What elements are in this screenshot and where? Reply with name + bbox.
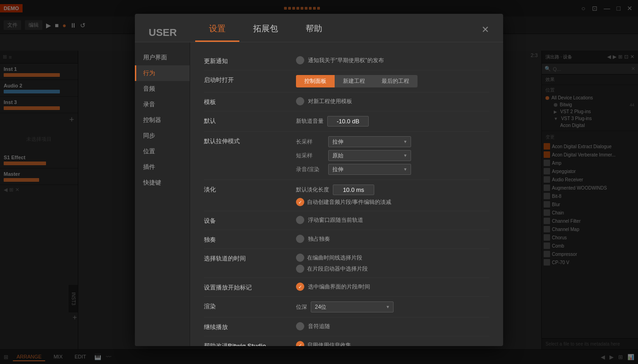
setting-label: 选择轨道的时间 (204, 254, 287, 263)
sidebar-item-audio[interactable]: 音频 (135, 81, 190, 97)
modal-user-title: USER (149, 27, 177, 39)
tab-help[interactable]: 帮助 (292, 23, 336, 42)
setting-label: 模板 (204, 97, 287, 106)
toggle-template[interactable] (296, 97, 304, 105)
stretch-label-long: 长采样 (296, 138, 324, 146)
render-sub-label: 位深 (296, 303, 307, 311)
toggle-select-time-launcher[interactable] (296, 265, 304, 273)
sidebar-item-behavior[interactable]: 行为 (135, 65, 190, 81)
stretch-select-long[interactable]: 拉伸 原始 (328, 136, 411, 147)
setting-device: 设备 浮动窗口跟随当前轨道 (204, 211, 489, 230)
setting-control: 通知我关于"早期使用权"的发布 (296, 56, 489, 64)
select-time-desc-1: 在编曲时间线选择片段 (307, 254, 362, 262)
setting-label: 淡化 (204, 185, 287, 194)
device-desc: 浮动窗口跟随当前轨道 (308, 216, 363, 224)
toggle-update-notice[interactable] (296, 56, 304, 64)
setting-label: 更新通知 (204, 56, 287, 65)
solo-desc: 独占独奏 (308, 235, 330, 243)
setting-control: 独占独奏 (296, 235, 489, 243)
setting-template: 模板 对新工程使用模板 (204, 92, 489, 111)
play-start-desc: 选中编曲界面的片段/时间 (308, 283, 370, 291)
toggle-play-start[interactable] (296, 283, 304, 291)
setting-control: 新轨道音量 (296, 116, 489, 127)
setting-control: 启用使用信息收集 了解更多 (296, 341, 489, 346)
sidebar-item-sync[interactable]: 同步 (135, 128, 190, 144)
setting-control: 音符追随 (296, 322, 489, 330)
startup-btn-last-project[interactable]: 最后的工程 (373, 75, 418, 87)
help-improve-row: 启用使用信息收集 (296, 341, 351, 346)
stretch-label-short: 短采样 (296, 152, 324, 160)
bit-depth-select[interactable]: 24位 16位 32位 (311, 301, 394, 312)
select-time-row-2: 在片段启动器中选择片段 (296, 265, 368, 273)
tab-extensions[interactable]: 拓展包 (239, 23, 292, 42)
modal-body: 用户界面 行为 音频 录音 控制器 同步 位置 插件 快捷键 更新通知 通知我关… (135, 42, 503, 346)
setting-label: 继续播放 (204, 322, 287, 331)
sidebar-item-recording[interactable]: 录音 (135, 97, 190, 112)
modal-header: USER 设置 拓展包 帮助 ✕ (135, 14, 503, 42)
setting-control: 长采样 拉伸 原始 短采样 (296, 136, 489, 175)
default-volume-input[interactable] (327, 116, 369, 127)
setting-default-stretch: 默认拉伸模式 长采样 拉伸 原始 短采样 (204, 132, 489, 180)
dropdown-short: 原始 拉伸 (328, 150, 411, 161)
modal-overlay: USER 设置 拓展包 帮助 ✕ 用户界面 行为 音频 录音 控制器 同步 位置… (0, 0, 638, 364)
fade-value-input[interactable] (333, 185, 374, 195)
select-time-desc-2: 在片段启动器中选择片段 (307, 265, 368, 273)
startup-btn-control-panel[interactable]: 控制面板 (296, 75, 335, 87)
setting-control: 默认淡化长度 自动创建音频片段/事件编辑的淡减 (296, 185, 489, 206)
dropdown-render: 拉伸 原始 (328, 164, 411, 175)
template-desc: 对新工程使用模板 (308, 98, 352, 105)
sidebar-item-ui[interactable]: 用户界面 (135, 50, 190, 65)
settings-modal: USER 设置 拓展包 帮助 ✕ 用户界面 行为 音频 录音 控制器 同步 位置… (135, 14, 503, 346)
setting-update-notice: 更新通知 通知我关于"早期使用权"的发布 (204, 52, 489, 70)
setting-default-volume: 默认 新轨道音量 (204, 111, 489, 132)
modal-sidebar: 用户界面 行为 音频 录音 控制器 同步 位置 插件 快捷键 (135, 42, 190, 346)
setting-label: 独奏 (204, 235, 287, 244)
setting-solo: 独奏 独占独奏 (204, 230, 489, 249)
setting-play-start: 设置播放开始标记 选中编曲界面的片段/时间 (204, 278, 489, 297)
help-improve-desc: 启用使用信息收集 (307, 341, 351, 347)
setting-fade: 淡化 默认淡化长度 自动创建音频片段/事件编辑的淡减 (204, 180, 489, 211)
tab-settings[interactable]: 设置 (195, 23, 239, 42)
toggle-solo[interactable] (296, 235, 304, 243)
setting-label: 渲染 (204, 301, 287, 311)
continue-play-desc: 音符追随 (308, 323, 330, 330)
setting-label: 启动时打开 (204, 75, 287, 84)
stretch-select-render[interactable]: 拉伸 原始 (328, 164, 411, 175)
modal-main-content: 更新通知 通知我关于"早期使用权"的发布 启动时打开 控制面板 新建工程 最后的… (190, 42, 503, 346)
dropdown-long: 拉伸 原始 (328, 136, 411, 147)
setting-label: 设置播放开始标记 (204, 283, 287, 292)
setting-control: 浮动窗口跟随当前轨道 (296, 216, 489, 224)
sidebar-item-controllers[interactable]: 控制器 (135, 112, 190, 128)
stretch-label-render: 录音/渲染 (296, 166, 324, 173)
update-notice-desc: 通知我关于"早期使用权"的发布 (308, 57, 384, 64)
setting-label: 默认 (204, 116, 287, 125)
modal-tabs: 设置 拓展包 帮助 (195, 23, 481, 42)
modal-close-button[interactable]: ✕ (481, 24, 489, 35)
setting-label: 默认拉伸模式 (204, 136, 287, 145)
sidebar-item-locations[interactable]: 位置 (135, 144, 190, 159)
setting-help-improve: 帮助改进Bitwig Studio 启用使用信息收集 了解更多 (204, 336, 489, 346)
startup-btn-new-project[interactable]: 新建工程 (335, 75, 373, 87)
setting-select-time: 选择轨道的时间 在编曲时间线选择片段 在片段启动器中选择片段 (204, 249, 489, 278)
dropdown-bit-depth: 24位 16位 32位 (311, 301, 394, 312)
setting-control: 位深 24位 16位 32位 (296, 301, 489, 312)
toggle-continue-play[interactable] (296, 322, 304, 330)
toggle-auto-fade[interactable] (296, 198, 304, 206)
toggle-select-time-arrange[interactable] (296, 254, 304, 262)
fade-checkbox-row: 自动创建音频片段/事件编辑的淡减 (296, 198, 391, 206)
toggle-device[interactable] (296, 216, 304, 224)
setting-label: 帮助改进Bitwig Studio (204, 341, 287, 346)
sidebar-item-plugins[interactable]: 插件 (135, 159, 190, 175)
setting-control: 控制面板 新建工程 最后的工程 (296, 75, 489, 87)
sidebar-item-shortcuts[interactable]: 快捷键 (135, 175, 190, 191)
startup-btn-group: 控制面板 新建工程 最后的工程 (296, 75, 418, 87)
stretch-select-short[interactable]: 原始 拉伸 (328, 150, 411, 161)
stretch-row-render: 录音/渲染 拉伸 原始 (296, 164, 489, 175)
fade-auto-desc: 自动创建音频片段/事件编辑的淡减 (307, 198, 391, 206)
setting-control: 对新工程使用模板 (296, 97, 489, 105)
setting-render: 渲染 位深 24位 16位 32位 (204, 297, 489, 318)
toggle-help-improve[interactable] (296, 341, 304, 346)
stretch-row-long: 长采样 拉伸 原始 (296, 136, 489, 147)
setting-control: 在编曲时间线选择片段 在片段启动器中选择片段 (296, 254, 489, 273)
setting-control: 选中编曲界面的片段/时间 (296, 283, 489, 291)
